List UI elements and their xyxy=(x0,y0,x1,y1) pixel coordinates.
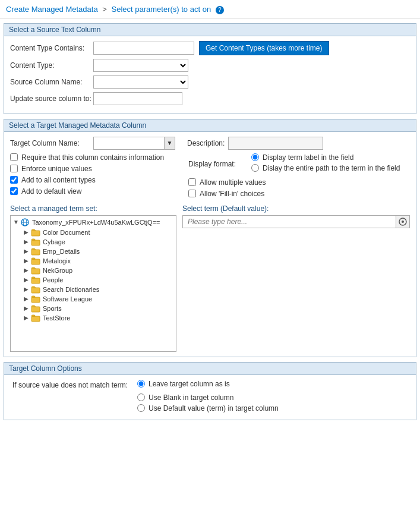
breadcrumb-part2: Select parameter(s) to act on xyxy=(112,5,211,14)
allow-multiple-checkbox[interactable] xyxy=(188,178,196,186)
folder-icon xyxy=(31,266,40,275)
tree-item-label: People xyxy=(43,276,63,284)
options-left-col: Require that this column contains inform… xyxy=(10,153,182,201)
tree-item-label: NekGroup xyxy=(43,267,72,274)
tree-item[interactable]: ▶ NekGroup xyxy=(24,266,173,275)
help-icon[interactable]: ? xyxy=(216,6,224,14)
display-format-row: Display format: Display term label in th… xyxy=(188,153,410,175)
require-checkbox[interactable] xyxy=(10,153,18,161)
tree-item-expand: ▶ xyxy=(24,229,30,235)
folder-icon xyxy=(31,257,40,265)
radio-leave-row: Leave target column as is xyxy=(137,380,230,388)
radio-blank[interactable] xyxy=(137,393,145,401)
radio-default-label: Use Default value (term) in target colum… xyxy=(149,404,279,412)
radio-blank-label: Use Blank in target column xyxy=(149,393,233,402)
folder-icon xyxy=(31,314,40,322)
add-default-view-label: Add to default view xyxy=(21,187,81,196)
target-column-dropdown-btn[interactable]: ▼ xyxy=(165,137,175,150)
radio-leave[interactable] xyxy=(137,380,145,388)
add-content-checkbox[interactable] xyxy=(10,176,18,184)
tree-item[interactable]: ▶ Emp_Details xyxy=(24,247,173,256)
options-right-col: Display format: Display term label in th… xyxy=(188,153,410,201)
target-column-name-label: Target Column Name: xyxy=(10,139,87,147)
select-term-label: Select term (Default value): xyxy=(182,204,410,213)
folder-icon xyxy=(31,304,40,313)
radio-display-path-row: Dislay the entire path to the term in th… xyxy=(251,164,400,172)
source-column-name-select[interactable] xyxy=(93,75,188,89)
description-label: Description: xyxy=(187,139,225,147)
tree-item[interactable]: ▶ Search Dictionaries xyxy=(24,285,173,294)
tree-item-expand: ▶ xyxy=(24,238,30,245)
term-set-section-label: Select a managed term set: xyxy=(10,204,176,213)
term-set-section: Select a managed term set: ▼ Taxonomy_xF… xyxy=(10,204,410,352)
radio-default[interactable] xyxy=(137,404,145,412)
tree-item-expand: ▶ xyxy=(24,267,30,273)
radio-display-label-row: Display term label in the field xyxy=(251,153,400,162)
content-type-contains-input[interactable] xyxy=(93,42,194,55)
content-type-contains-label: Content Type Contains: xyxy=(10,44,93,52)
tree-item[interactable]: ▶ Metalogix xyxy=(24,257,173,265)
display-format-options: Display term label in the field Dislay t… xyxy=(251,153,400,175)
tree-root-expand: ▼ xyxy=(13,219,19,225)
require-label: Require that this column contains inform… xyxy=(21,153,164,162)
folder-icon xyxy=(31,228,40,237)
folder-icon xyxy=(31,238,40,246)
update-source-row: Update source column to: xyxy=(10,92,410,105)
target-column-options-title: Target Column Options xyxy=(4,363,416,375)
tree-item-expand: ▶ xyxy=(24,276,30,283)
tree-item-expand: ▶ xyxy=(24,257,30,264)
no-match-row: If source value does not match term: Lea… xyxy=(12,380,408,391)
allow-fillin-checkbox[interactable] xyxy=(188,190,196,197)
tree-item[interactable]: ▶ TestStore xyxy=(24,314,173,322)
tree-item-label: Emp_Details xyxy=(43,248,80,255)
allow-fillin-label: Allow 'Fill-in' choices xyxy=(200,190,264,198)
enforce-checkbox[interactable] xyxy=(10,165,18,172)
no-match-label: If source value does not match term: xyxy=(12,381,131,389)
tree-item-label: Software League xyxy=(43,295,92,303)
get-content-types-button[interactable]: Get Content Types (takes more time) xyxy=(199,41,329,55)
target-column-title: Select a Target Managed Metadata Column xyxy=(4,119,416,132)
content-type-select[interactable] xyxy=(93,59,188,72)
content-type-contains-row: Content Type Contains: Get Content Types… xyxy=(10,41,410,55)
tree-item[interactable]: ▶ Color Document xyxy=(24,228,173,237)
tree-item[interactable]: ▶ Sports xyxy=(24,304,173,313)
target-column-name-input[interactable] xyxy=(93,137,165,150)
radio-display-label[interactable] xyxy=(251,153,259,161)
browse-icon xyxy=(399,218,407,226)
target-column-options-section: Target Column Options If source value do… xyxy=(4,362,416,420)
description-row: Description: xyxy=(187,137,323,150)
tree-item[interactable]: ▶ Cybage xyxy=(24,238,173,246)
add-default-view-checkbox[interactable] xyxy=(10,187,18,195)
tree-item[interactable]: ▶ People xyxy=(24,276,173,284)
radio-display-path[interactable] xyxy=(251,164,259,172)
tree-item-label: Color Document xyxy=(43,229,90,236)
source-column-name-label: Source Column Name: xyxy=(10,78,93,86)
display-format-label: Display format: xyxy=(188,160,248,168)
target-column-name-row: Target Column Name: ▼ Description: xyxy=(10,137,410,150)
browse-term-button[interactable] xyxy=(396,215,410,228)
update-source-label: Update source column to: xyxy=(10,95,93,103)
svg-rect-12 xyxy=(31,316,40,322)
folder-icon xyxy=(31,295,40,303)
radio-blank-row: Use Blank in target column xyxy=(137,393,408,402)
radio-default-row: Use Default value (term) in target colum… xyxy=(137,404,408,412)
tree-item-label: TestStore xyxy=(43,314,70,322)
folder-icon xyxy=(31,285,40,294)
breadcrumb-part1: Create Managed Metadata xyxy=(6,5,98,14)
term-tree[interactable]: ▼ Taxonomy_xFPURx+LdW4u5aKwLGCtjQ== ▶ Co xyxy=(10,215,176,352)
update-source-input[interactable] xyxy=(93,92,182,105)
folder-icon xyxy=(31,247,40,256)
description-input[interactable] xyxy=(228,137,323,150)
target-column-options-body: If source value does not match term: Lea… xyxy=(4,375,416,420)
tree-item-expand: ▶ xyxy=(24,305,30,311)
tree-root-label: Taxonomy_xFPURx+LdW4u5aKwLGCtjQ== xyxy=(32,219,160,226)
select-term-input[interactable] xyxy=(182,215,396,228)
svg-rect-10 xyxy=(31,297,40,303)
tree-items-container: ▶ Color Document ▶ Cybage ▶ Emp_Details … xyxy=(13,228,173,322)
svg-rect-7 xyxy=(31,269,40,274)
source-column-section: Select a Source Text Column Content Type… xyxy=(4,23,416,114)
select-term-input-wrap xyxy=(182,215,410,228)
tree-item[interactable]: ▶ Software League xyxy=(24,295,173,303)
tree-item-label: Cybage xyxy=(43,238,65,245)
tree-item-expand: ▶ xyxy=(24,295,30,302)
